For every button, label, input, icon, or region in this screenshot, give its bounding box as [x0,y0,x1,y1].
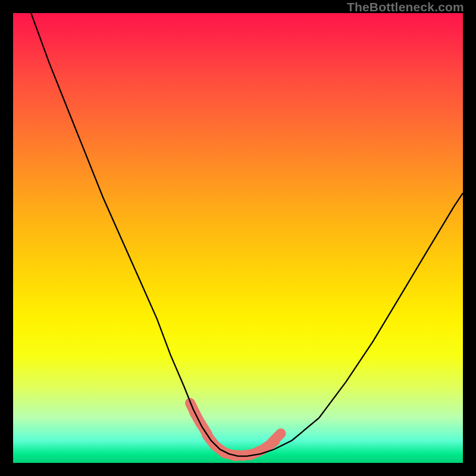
curve-layer [13,13,463,463]
watermark-text: TheBottleneck.com [347,0,464,14]
bottleneck-curve [31,13,463,456]
plot-area [13,13,463,463]
chart-frame: TheBottleneck.com [0,0,476,476]
curve-marker [272,434,281,443]
